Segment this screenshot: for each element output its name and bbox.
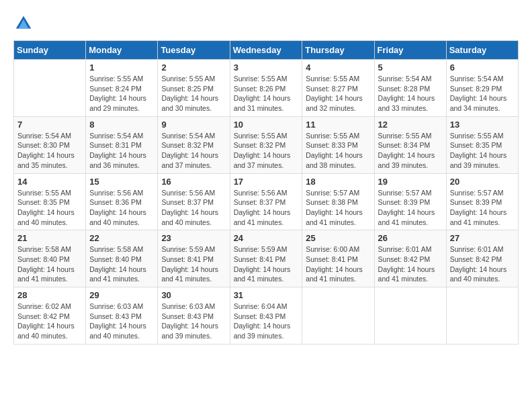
day-detail: Sunrise: 5:56 AM Sunset: 8:37 PM Dayligh…	[234, 188, 299, 228]
day-number: 27	[450, 233, 515, 243]
day-detail: Sunrise: 6:03 AM Sunset: 8:43 PM Dayligh…	[161, 302, 226, 341]
day-number: 5	[378, 62, 443, 73]
calendar-cell: 20Sunrise: 5:57 AM Sunset: 8:39 PM Dayli…	[446, 173, 518, 230]
day-number: 30	[161, 290, 226, 300]
day-number: 8	[89, 120, 154, 130]
day-detail: Sunrise: 5:56 AM Sunset: 8:36 PM Dayligh…	[89, 188, 154, 228]
day-detail: Sunrise: 6:01 AM Sunset: 8:42 PM Dayligh…	[450, 244, 515, 284]
calendar-cell: 22Sunrise: 5:58 AM Sunset: 8:40 PM Dayli…	[86, 230, 158, 287]
calendar-cell: 31Sunrise: 6:04 AM Sunset: 8:43 PM Dayli…	[230, 287, 302, 345]
header-day-monday: Monday	[86, 41, 158, 60]
calendar-cell: 13Sunrise: 5:55 AM Sunset: 8:35 PM Dayli…	[446, 116, 518, 173]
calendar-cell: 25Sunrise: 6:00 AM Sunset: 8:41 PM Dayli…	[302, 230, 374, 287]
calendar: SundayMondayTuesdayWednesdayThursdayFrid…	[13, 40, 519, 345]
day-number: 18	[306, 177, 370, 187]
calendar-cell: 3Sunrise: 5:55 AM Sunset: 8:26 PM Daylig…	[230, 60, 302, 117]
day-number: 26	[378, 233, 443, 243]
calendar-cell: 17Sunrise: 5:56 AM Sunset: 8:37 PM Dayli…	[230, 173, 302, 230]
header-day-friday: Friday	[374, 41, 446, 60]
calendar-cell: 1Sunrise: 5:55 AM Sunset: 8:24 PM Daylig…	[86, 60, 158, 117]
logo-icon	[13, 13, 34, 34]
day-detail: Sunrise: 6:03 AM Sunset: 8:43 PM Dayligh…	[89, 302, 154, 341]
week-row-4: 21Sunrise: 5:58 AM Sunset: 8:40 PM Dayli…	[14, 230, 519, 287]
logo	[13, 13, 36, 34]
calendar-cell: 12Sunrise: 5:55 AM Sunset: 8:34 PM Dayli…	[374, 116, 446, 173]
calendar-cell	[446, 287, 518, 345]
day-number: 6	[450, 62, 515, 73]
day-number: 7	[17, 120, 82, 130]
day-detail: Sunrise: 5:56 AM Sunset: 8:37 PM Dayligh…	[161, 188, 226, 228]
calendar-cell: 28Sunrise: 6:02 AM Sunset: 8:42 PM Dayli…	[14, 287, 86, 345]
day-number: 24	[234, 233, 299, 243]
calendar-cell: 26Sunrise: 6:01 AM Sunset: 8:42 PM Dayli…	[374, 230, 446, 287]
calendar-cell: 29Sunrise: 6:03 AM Sunset: 8:43 PM Dayli…	[86, 287, 158, 345]
day-number: 10	[234, 120, 299, 130]
day-detail: Sunrise: 5:55 AM Sunset: 8:35 PM Dayligh…	[450, 131, 515, 171]
header-day-saturday: Saturday	[446, 41, 518, 60]
calendar-body: 1Sunrise: 5:55 AM Sunset: 8:24 PM Daylig…	[14, 60, 519, 345]
day-number: 19	[378, 177, 443, 187]
day-detail: Sunrise: 6:01 AM Sunset: 8:42 PM Dayligh…	[378, 244, 443, 284]
calendar-cell: 10Sunrise: 5:55 AM Sunset: 8:32 PM Dayli…	[230, 116, 302, 173]
week-row-2: 7Sunrise: 5:54 AM Sunset: 8:30 PM Daylig…	[14, 116, 519, 173]
day-number: 3	[234, 62, 299, 73]
day-detail: Sunrise: 5:54 AM Sunset: 8:31 PM Dayligh…	[89, 131, 154, 171]
calendar-cell: 2Sunrise: 5:55 AM Sunset: 8:25 PM Daylig…	[158, 60, 230, 117]
day-detail: Sunrise: 5:54 AM Sunset: 8:29 PM Dayligh…	[450, 74, 515, 113]
calendar-cell	[374, 287, 446, 345]
day-detail: Sunrise: 5:55 AM Sunset: 8:26 PM Dayligh…	[234, 74, 299, 113]
day-number: 13	[450, 120, 515, 130]
day-detail: Sunrise: 6:04 AM Sunset: 8:43 PM Dayligh…	[234, 302, 299, 341]
day-number: 1	[89, 62, 154, 73]
day-detail: Sunrise: 5:59 AM Sunset: 8:41 PM Dayligh…	[161, 244, 226, 284]
calendar-cell: 8Sunrise: 5:54 AM Sunset: 8:31 PM Daylig…	[86, 116, 158, 173]
day-number: 29	[89, 290, 154, 300]
header-day-tuesday: Tuesday	[158, 41, 230, 60]
day-number: 20	[450, 177, 515, 187]
calendar-cell: 16Sunrise: 5:56 AM Sunset: 8:37 PM Dayli…	[158, 173, 230, 230]
day-detail: Sunrise: 5:55 AM Sunset: 8:24 PM Dayligh…	[89, 74, 154, 113]
day-number: 16	[161, 177, 226, 187]
day-detail: Sunrise: 5:57 AM Sunset: 8:39 PM Dayligh…	[450, 188, 515, 228]
day-detail: Sunrise: 5:55 AM Sunset: 8:35 PM Dayligh…	[17, 188, 82, 228]
day-number: 23	[161, 233, 226, 243]
day-detail: Sunrise: 5:58 AM Sunset: 8:40 PM Dayligh…	[17, 244, 82, 284]
calendar-header: SundayMondayTuesdayWednesdayThursdayFrid…	[14, 41, 519, 60]
calendar-cell: 15Sunrise: 5:56 AM Sunset: 8:36 PM Dayli…	[86, 173, 158, 230]
calendar-cell	[14, 60, 86, 117]
calendar-cell	[302, 287, 374, 345]
header	[13, 13, 519, 34]
day-detail: Sunrise: 5:59 AM Sunset: 8:41 PM Dayligh…	[234, 244, 299, 284]
calendar-cell: 5Sunrise: 5:54 AM Sunset: 8:28 PM Daylig…	[374, 60, 446, 117]
header-day-sunday: Sunday	[14, 41, 86, 60]
day-detail: Sunrise: 5:54 AM Sunset: 8:28 PM Dayligh…	[378, 74, 443, 113]
day-number: 21	[17, 233, 82, 243]
calendar-cell: 9Sunrise: 5:54 AM Sunset: 8:32 PM Daylig…	[158, 116, 230, 173]
header-day-thursday: Thursday	[302, 41, 374, 60]
calendar-cell: 18Sunrise: 5:57 AM Sunset: 8:38 PM Dayli…	[302, 173, 374, 230]
calendar-cell: 27Sunrise: 6:01 AM Sunset: 8:42 PM Dayli…	[446, 230, 518, 287]
day-detail: Sunrise: 5:55 AM Sunset: 8:33 PM Dayligh…	[306, 131, 370, 171]
day-detail: Sunrise: 5:55 AM Sunset: 8:27 PM Dayligh…	[306, 74, 370, 113]
day-detail: Sunrise: 5:55 AM Sunset: 8:34 PM Dayligh…	[378, 131, 443, 171]
day-detail: Sunrise: 5:54 AM Sunset: 8:30 PM Dayligh…	[17, 131, 82, 171]
calendar-cell: 7Sunrise: 5:54 AM Sunset: 8:30 PM Daylig…	[14, 116, 86, 173]
calendar-cell: 21Sunrise: 5:58 AM Sunset: 8:40 PM Dayli…	[14, 230, 86, 287]
calendar-cell: 6Sunrise: 5:54 AM Sunset: 8:29 PM Daylig…	[446, 60, 518, 117]
day-detail: Sunrise: 5:54 AM Sunset: 8:32 PM Dayligh…	[161, 131, 226, 171]
week-row-5: 28Sunrise: 6:02 AM Sunset: 8:42 PM Dayli…	[14, 287, 519, 345]
header-day-wednesday: Wednesday	[230, 41, 302, 60]
day-detail: Sunrise: 5:55 AM Sunset: 8:32 PM Dayligh…	[234, 131, 299, 171]
day-number: 17	[234, 177, 299, 187]
calendar-cell: 24Sunrise: 5:59 AM Sunset: 8:41 PM Dayli…	[230, 230, 302, 287]
week-row-1: 1Sunrise: 5:55 AM Sunset: 8:24 PM Daylig…	[14, 60, 519, 117]
calendar-cell: 23Sunrise: 5:59 AM Sunset: 8:41 PM Dayli…	[158, 230, 230, 287]
day-number: 25	[306, 233, 370, 243]
day-detail: Sunrise: 6:00 AM Sunset: 8:41 PM Dayligh…	[306, 244, 370, 284]
day-number: 12	[378, 120, 443, 130]
day-detail: Sunrise: 5:58 AM Sunset: 8:40 PM Dayligh…	[89, 244, 154, 284]
day-number: 28	[17, 290, 82, 300]
calendar-cell: 19Sunrise: 5:57 AM Sunset: 8:39 PM Dayli…	[374, 173, 446, 230]
header-row: SundayMondayTuesdayWednesdayThursdayFrid…	[14, 41, 519, 60]
day-number: 31	[234, 290, 299, 300]
